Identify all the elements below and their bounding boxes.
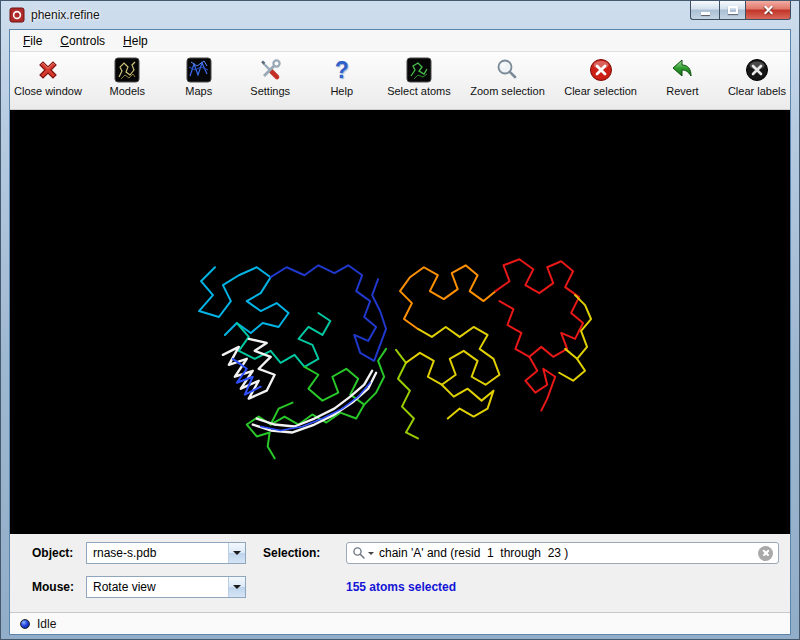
window-body: File Controls Help Close window <box>9 29 791 635</box>
menu-item-file[interactable]: File <box>14 31 51 51</box>
chain-segment-yellow <box>559 359 585 381</box>
chain-segment-yellow <box>406 327 500 385</box>
selection-input[interactable] <box>374 546 758 560</box>
mouse-mode-dropdown[interactable]: Rotate view <box>86 576 246 598</box>
object-label: Object: <box>32 542 73 564</box>
chain-segment-orange <box>400 265 496 329</box>
molecule-viewport[interactable] <box>10 110 790 534</box>
close-window-icon <box>34 56 62 84</box>
help-icon: ? <box>328 56 356 84</box>
search-icon <box>352 546 366 560</box>
toolbar: Close window Models <box>10 52 790 110</box>
menu-item-help[interactable]: Help <box>114 31 157 51</box>
toolbar-button-close-window[interactable]: Close window <box>14 56 82 97</box>
toolbar-label: Select atoms <box>387 85 451 97</box>
phenix-refine-window: phenix.refine File Controls Help Cl <box>0 0 800 640</box>
selection-highlight-white <box>223 339 275 399</box>
titlebar[interactable]: phenix.refine <box>1 1 799 29</box>
object-dropdown[interactable]: rnase-s.pdb <box>86 542 246 564</box>
close-button[interactable] <box>746 1 791 20</box>
selection-label: Selection: <box>263 542 320 564</box>
toolbar-button-settings[interactable]: Settings <box>244 56 296 97</box>
controls-panel: Object: rnase-s.pdb Selection: Mouse: Ro… <box>10 534 790 612</box>
toolbar-label: Clear selection <box>564 85 637 97</box>
close-icon <box>762 4 775 17</box>
object-dropdown-value: rnase-s.pdb <box>87 546 228 560</box>
chain-segment-red <box>496 259 584 357</box>
status-led-icon <box>20 619 30 629</box>
chain-segment-yellow <box>442 385 494 419</box>
toolbar-button-clear-selection[interactable]: Clear selection <box>564 56 637 97</box>
maximize-button[interactable] <box>719 1 746 20</box>
clear-selection-icon <box>587 56 615 84</box>
selection-field[interactable] <box>346 542 779 564</box>
chevron-down-icon <box>233 551 241 555</box>
app-icon <box>9 7 25 23</box>
toolbar-label: Models <box>110 85 145 97</box>
chain-segment-red <box>525 357 555 411</box>
toolbar-label: Settings <box>250 85 290 97</box>
status-text: Idle <box>37 617 56 631</box>
toolbar-label: Help <box>330 85 353 97</box>
atoms-selected-count: 155 atoms selected <box>346 576 456 598</box>
chain-segment-cyan <box>199 267 289 335</box>
mouse-mode-dropdown-button[interactable] <box>228 577 245 597</box>
toolbar-button-models[interactable]: Models <box>101 56 153 97</box>
window-controls <box>690 1 791 20</box>
clear-labels-icon <box>743 56 771 84</box>
window-title: phenix.refine <box>31 8 100 22</box>
toolbar-label: Close window <box>14 85 82 97</box>
mouse-label: Mouse: <box>32 576 74 598</box>
object-dropdown-button[interactable] <box>228 543 245 563</box>
revert-icon <box>668 56 696 84</box>
toolbar-label: Clear labels <box>728 85 786 97</box>
molecule-render <box>10 110 790 534</box>
toolbar-button-zoom-selection[interactable]: Zoom selection <box>470 56 545 97</box>
toolbar-button-clear-labels[interactable]: Clear labels <box>728 56 786 97</box>
mouse-mode-value: Rotate view <box>87 580 228 594</box>
zoom-selection-icon <box>493 56 521 84</box>
menubar: File Controls Help <box>10 30 790 52</box>
minimize-icon <box>701 12 710 15</box>
select-atoms-icon <box>405 56 433 84</box>
toolbar-button-maps[interactable]: Maps <box>173 56 225 97</box>
settings-icon <box>256 56 284 84</box>
models-icon <box>113 56 141 84</box>
status-bar: Idle <box>10 612 790 634</box>
maximize-icon <box>728 6 738 14</box>
toolbar-button-revert[interactable]: Revert <box>656 56 708 97</box>
toolbar-label: Zoom selection <box>470 85 545 97</box>
chevron-down-icon <box>233 585 241 589</box>
menu-item-controls[interactable]: Controls <box>51 31 114 51</box>
clear-field-icon[interactable] <box>758 546 773 561</box>
minimize-button[interactable] <box>690 1 719 20</box>
toolbar-button-help[interactable]: ? Help <box>316 56 368 97</box>
toolbar-label: Revert <box>666 85 698 97</box>
toolbar-label: Maps <box>185 85 212 97</box>
maps-icon <box>185 56 213 84</box>
toolbar-button-select-atoms[interactable]: Select atoms <box>387 56 451 97</box>
chain-segment-yellow <box>565 295 591 359</box>
